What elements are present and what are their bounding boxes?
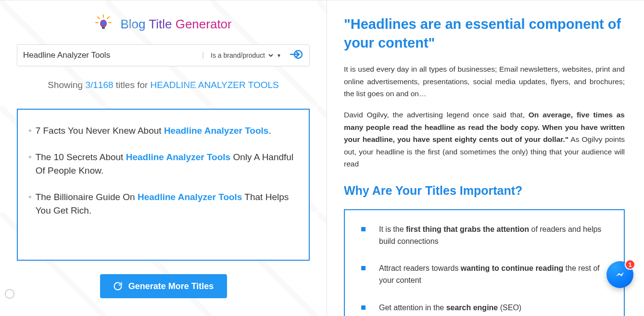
keyword-highlight: Headline Analyzer Tools	[164, 126, 269, 136]
type-dropdown[interactable]: Is a brand/product	[209, 51, 275, 60]
bullet-icon: •	[28, 190, 32, 204]
importance-box: It is the first thing that grabs the att…	[344, 209, 625, 316]
svg-line-1	[98, 17, 100, 19]
page-title: Blog Title Generator	[17, 15, 310, 36]
notification-badge: 1	[625, 259, 635, 270]
svg-point-6	[101, 21, 105, 25]
result-item: • The Billionaire Guide On Headline Anal…	[28, 190, 298, 218]
keyword-highlight: Headline Analyzer Tools	[138, 192, 242, 202]
square-bullet-icon	[361, 227, 366, 231]
submit-icon[interactable]	[290, 49, 304, 62]
type-select[interactable]: Is a brand/product ▼	[209, 51, 281, 60]
square-bullet-icon	[361, 305, 366, 310]
article-paragraph: David Ogilvy, the advertising legend onc…	[344, 109, 625, 170]
keyword-highlight: Headline Analyzer Tools	[126, 152, 231, 162]
list-item: It is the first thing that grabs the att…	[361, 224, 610, 248]
svg-line-2	[107, 17, 109, 19]
results-box: • 7 Facts You Never Knew About Headline …	[17, 109, 310, 261]
list-item: Attract readers towards wanting to conti…	[361, 263, 610, 287]
chevron-down-icon: ▼	[277, 53, 281, 58]
square-bullet-icon	[361, 266, 366, 270]
quote-heading: "Headlines are an essential component of…	[344, 15, 625, 52]
refresh-icon	[113, 281, 123, 291]
showing-summary: Showing 3/1168 titles for HEADLINE ANALY…	[17, 80, 310, 90]
messenger-button[interactable]: 1	[606, 261, 633, 288]
keyword-input[interactable]	[23, 51, 197, 60]
bullet-icon: •	[28, 124, 32, 138]
svg-rect-7	[102, 27, 105, 29]
article-panel: "Headlines are an essential component of…	[327, 0, 644, 316]
article-paragraph: It is used every day in all types of bus…	[344, 63, 625, 100]
bullet-icon: •	[28, 151, 32, 164]
generator-panel: Blog Title Generator | Is a brand/produc…	[0, 0, 327, 316]
keyword-input-row: | Is a brand/product ▼	[17, 44, 310, 66]
input-separator: |	[202, 51, 204, 60]
result-item: • 7 Facts You Never Knew About Headline …	[28, 124, 298, 138]
sub-heading: Why Are Your Titles Important?	[344, 184, 625, 198]
list-item: Get attention in the search engine (SEO)	[361, 302, 610, 314]
result-item: • The 10 Secrets About Headline Analyzer…	[28, 151, 298, 178]
generate-more-button[interactable]: Generate More Titles	[100, 274, 227, 298]
lightbulb-icon	[95, 14, 112, 35]
messenger-icon	[613, 267, 627, 282]
